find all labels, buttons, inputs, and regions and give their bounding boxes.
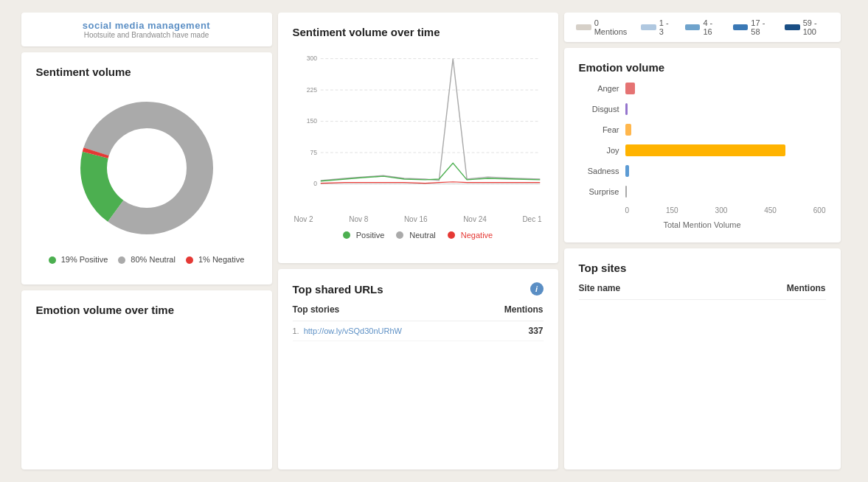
sadness-row: Sadness: [579, 165, 826, 177]
sentiment-over-time-title: Sentiment volume over time: [293, 26, 544, 38]
fear-label: Fear: [579, 125, 619, 134]
row-num: 1.: [293, 326, 299, 335]
neutral-legend: 80% Neutral: [118, 255, 176, 264]
info-icon[interactable]: i: [530, 282, 544, 296]
legend-17-58: 17 - 58: [733, 18, 773, 36]
seg-17-58-label: 17 - 58: [751, 18, 773, 36]
svg-text:225: 225: [306, 86, 316, 94]
dashboard: social media management Hootsuite and Br…: [21, 13, 847, 469]
surprise-bar: [625, 186, 627, 198]
right-column: 0 Mentions 1 - 3 4 - 16 17 - 58 59 - 100: [564, 13, 841, 469]
seg-0-box: [576, 24, 591, 30]
positive-line-legend: Positive: [343, 231, 385, 240]
seg-17-58-box: [733, 24, 749, 30]
sadness-bar: [625, 165, 629, 177]
positive-dot: [49, 256, 56, 264]
col-site-mentions: Mentions: [787, 283, 826, 293]
seg-4-16-label: 4 - 16: [703, 18, 721, 36]
brand-title: social media management: [29, 20, 265, 31]
url-count: 337: [514, 326, 544, 336]
joy-row: Joy: [579, 144, 826, 156]
seg-1-3-box: [641, 24, 656, 30]
negative-line-dot: [448, 231, 455, 239]
brand-subtitle: Hootsuite and Brandwatch have made: [29, 31, 265, 39]
top-urls-title-row: Top shared URLs i: [293, 282, 544, 296]
fear-bar-track: [625, 124, 826, 136]
url-table-header: Top stories Mentions: [293, 304, 544, 321]
positive-legend: 19% Positive: [49, 255, 108, 264]
anger-bar: [625, 83, 636, 94]
donut-legend: 19% Positive 80% Neutral 1% Negative: [49, 255, 245, 264]
fear-bar: [625, 124, 631, 136]
anger-bar-track: [625, 83, 826, 94]
sentiment-over-time-card: Sentiment volume over time 300 225 150 7…: [278, 13, 558, 263]
sadness-bar-track: [625, 165, 826, 177]
seg-0-label: 0 Mentions: [594, 18, 629, 36]
sentiment-volume-card: Sentiment volume 19%: [21, 52, 272, 284]
emotion-over-time-title: Emotion volume over time: [36, 304, 257, 316]
col-stories: Top stories: [293, 304, 340, 315]
x-axis-title: Total Mention Volume: [579, 220, 826, 229]
joy-bar: [625, 144, 786, 156]
emotion-volume-title: Emotion volume: [579, 61, 826, 74]
neutral-dot: [118, 256, 125, 264]
url-row: 1. http://ow.ly/vSQd30nURhW 337: [293, 321, 544, 341]
legend-0-mentions: 0 Mentions: [576, 18, 630, 36]
surprise-row: Surprise: [579, 186, 826, 198]
svg-text:75: 75: [310, 149, 317, 156]
anger-label: Anger: [579, 84, 619, 93]
surprise-bar-track: [625, 186, 826, 198]
mid-column: Sentiment volume over time 300 225 150 7…: [278, 13, 558, 469]
fear-row: Fear: [579, 124, 826, 136]
svg-text:0: 0: [313, 180, 317, 187]
sites-table-header: Site name Mentions: [579, 283, 826, 300]
disgust-bar-track: [625, 103, 826, 115]
seg-59-100-label: 59 - 100: [803, 18, 829, 36]
seg-1-3-label: 1 - 3: [659, 18, 673, 36]
x-axis-labels: Nov 2 Nov 8 Nov 16 Nov 24 Dec 1: [293, 215, 544, 223]
mentions-legend-bar: 0 Mentions 1 - 3 4 - 16 17 - 58 59 - 100: [576, 18, 829, 36]
legend-59-100: 59 - 100: [785, 18, 829, 36]
negative-legend: 1% Negative: [186, 255, 244, 264]
url-link[interactable]: http://ow.ly/vSQd30nURhW: [304, 326, 514, 335]
top-urls-card: Top shared URLs i Top stories Mentions 1…: [278, 269, 558, 469]
donut-container: 19% Positive 80% Neutral 1% Negative: [36, 87, 257, 271]
top-sites-title: Top sites: [579, 262, 826, 274]
disgust-row: Disgust: [579, 103, 826, 115]
svg-text:150: 150: [306, 117, 316, 125]
line-chart-legend: Positive Neutral Negative: [293, 231, 544, 240]
seg-59-100-box: [785, 24, 800, 30]
sentiment-volume-title: Sentiment volume: [36, 66, 257, 78]
top-urls-title: Top shared URLs: [293, 283, 383, 296]
left-column: social media management Hootsuite and Br…: [21, 13, 272, 469]
neutral-line-dot: [396, 231, 403, 239]
legend-1-3: 1 - 3: [641, 18, 673, 36]
negative-dot: [186, 256, 193, 264]
emotion-over-time-card: Emotion volume over time: [21, 290, 272, 469]
emotion-volume-card: Emotion volume Anger Disgust: [564, 48, 841, 242]
seg-4-16-box: [685, 24, 701, 30]
neutral-line-legend: Neutral: [396, 231, 435, 240]
joy-bar-track: [625, 144, 826, 156]
disgust-bar: [625, 103, 628, 115]
sadness-label: Sadness: [579, 167, 619, 175]
x-axis-labels: 0 150 300 450 600: [625, 206, 826, 214]
emotion-bar-chart: Anger Disgust Fear: [579, 83, 826, 229]
line-chart-svg: 300 225 150 75 0: [293, 47, 544, 209]
donut-chart: [73, 94, 221, 242]
col-mentions: Mentions: [504, 304, 544, 315]
disgust-label: Disgust: [579, 105, 619, 113]
surprise-label: Surprise: [579, 187, 619, 196]
top-sites-card: Top sites Site name Mentions: [564, 248, 841, 469]
col-site-name: Site name: [579, 283, 621, 293]
joy-label: Joy: [579, 146, 619, 155]
anger-row: Anger: [579, 83, 826, 94]
negative-line-legend: Negative: [448, 231, 493, 240]
positive-line-dot: [343, 231, 350, 239]
brand-header: social media management Hootsuite and Br…: [21, 13, 272, 46]
svg-text:300: 300: [306, 55, 316, 62]
top-header: 0 Mentions 1 - 3 4 - 16 17 - 58 59 - 100: [564, 13, 841, 42]
legend-4-16: 4 - 16: [685, 18, 721, 36]
